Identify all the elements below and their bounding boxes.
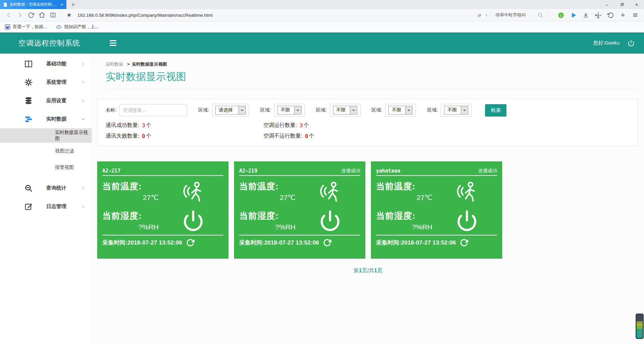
app-header: 空调远程控制系统 您好:Geeku — [0, 32, 644, 54]
sidebar-item-basic-functions[interactable]: 基础功能 — [0, 55, 92, 73]
select-arrow-icon — [238, 106, 246, 114]
new-tab-button[interactable] — [66, 0, 80, 9]
chevron-right-icon — [81, 186, 86, 191]
collect-time: 采集时间:2018-07-27 13:52:06 — [102, 239, 182, 247]
humidity-label: 当前湿度: — [376, 211, 416, 221]
ac-search-input[interactable] — [119, 104, 187, 116]
tab-title: 实时数据 - 空调远程控制系统 — [10, 2, 57, 7]
sidebar-subitem-realtime-view[interactable]: 实时数据显示视图 — [0, 128, 92, 143]
connection-status: 连接成功 — [478, 168, 497, 174]
scissors-icon[interactable] — [594, 11, 602, 19]
forward-icon[interactable] — [16, 11, 24, 19]
sidebar: 基础功能 系统管理 应用设置 实时数据 实时数据显示视图 视图过滤 报警视图 — [0, 54, 92, 345]
sidebar-item-app-settings[interactable]: 应用设置 — [0, 91, 92, 110]
bookmarks-bar: 百度一下，你就... 找知识产权，上... — [0, 21, 644, 32]
home-icon[interactable] — [38, 11, 46, 19]
refresh-icon[interactable] — [460, 238, 468, 247]
bookmark-ip[interactable]: 找知识产权，上... — [56, 24, 99, 30]
reading-mode-icon[interactable] — [49, 11, 57, 19]
edit-icon — [24, 202, 33, 211]
divider — [239, 175, 360, 176]
sidebar-toggle-icon[interactable] — [110, 40, 116, 46]
toolbar-separator — [549, 12, 549, 18]
divider — [376, 175, 497, 176]
menu-icon[interactable] — [631, 11, 639, 19]
bookmark-label: 百度一下，你就... — [13, 24, 47, 30]
region-select-3[interactable]: 不限 — [330, 104, 361, 117]
refresh-icon[interactable] — [186, 238, 195, 247]
wechat-icon[interactable] — [557, 11, 565, 19]
browser-window: 实时数据 - 空调远程控制系统 × – × 192.168.0.58:9096/… — [0, 0, 644, 345]
browser-toolbar: 192.168.0.58:9096/index.php/Company/Main… — [0, 9, 644, 21]
window-controls: – × — [600, 0, 644, 9]
close-button[interactable]: × — [629, 0, 644, 9]
add-icon[interactable] — [619, 11, 627, 19]
region-select-1[interactable]: 请选择 — [212, 104, 249, 117]
refresh-icon[interactable] — [323, 238, 331, 247]
sidebar-item-query-statistics[interactable]: 查询统计 — [0, 179, 92, 197]
database-icon — [24, 96, 33, 105]
collect-time: 采集时间:2018-07-27 13:52:06 — [376, 239, 456, 247]
temp-value: 27℃ — [376, 194, 436, 202]
toolbar-separator — [61, 12, 62, 18]
bars-icon — [24, 115, 33, 124]
motion-walk-icon[interactable] — [436, 179, 497, 204]
minimize-button[interactable]: – — [600, 0, 614, 9]
connection-status: 连接成功 — [341, 168, 360, 174]
region-select-2[interactable]: 不限 — [274, 104, 305, 117]
chevron-right-icon — [81, 98, 86, 103]
bookmark-label: 找知识产权，上... — [64, 24, 99, 30]
download-icon[interactable] — [582, 11, 590, 19]
scroll-indicator-widget[interactable] — [636, 314, 644, 339]
ac-name: yahataaa — [376, 168, 400, 174]
back-icon[interactable] — [5, 11, 13, 19]
power-icon[interactable] — [436, 210, 497, 232]
toolbar-right: e 待宰牛蛙学猫叫 — [477, 11, 639, 19]
stat-comm-failed: 通讯失败数量:0个 — [106, 133, 263, 140]
toolbar-separator — [490, 12, 491, 18]
columns-icon — [24, 60, 33, 68]
stats-grid: 通讯成功数量:3个 空调运行数量:3个 通讯失败数量:0个 空调不运行数量:0个 — [106, 122, 631, 140]
chevron-right-icon — [81, 62, 86, 66]
realtime-cards: A2-217 当前温度:27℃ 当前湿度:?%RH 采集时间:2018-07-2… — [97, 161, 638, 259]
motion-walk-icon[interactable] — [163, 179, 223, 204]
sidebar-item-realtime-data[interactable]: 实时数据 — [0, 110, 92, 128]
gear-icon — [24, 78, 33, 87]
power-icon[interactable] — [163, 210, 223, 232]
ie-compat-icon[interactable]: e — [477, 12, 481, 18]
sidebar-subitem-alarm-view[interactable]: 报警视图 — [0, 159, 92, 176]
search-icon[interactable] — [536, 11, 544, 19]
region-select-5[interactable]: 不限 — [441, 104, 472, 117]
browser-tab[interactable]: 实时数据 - 空调远程控制系统 × — [0, 0, 66, 9]
divider — [239, 235, 360, 235]
undo-icon[interactable] — [606, 11, 614, 19]
chevron-right-icon[interactable] — [484, 11, 489, 19]
address-bar[interactable]: 192.168.0.58:9096/index.php/Company/Main… — [77, 13, 213, 18]
ac-name: A2-219 — [239, 168, 257, 174]
bookmark-star-icon[interactable] — [65, 11, 73, 19]
restore-button[interactable] — [614, 0, 629, 9]
divider — [106, 89, 638, 89]
sidebar-subitem-view-filter[interactable]: 视图过滤 — [0, 143, 92, 159]
logout-power-icon[interactable] — [628, 40, 635, 47]
refresh-icon[interactable] — [27, 11, 35, 19]
select-arrow-icon — [405, 106, 412, 114]
play-share-icon[interactable] — [569, 11, 577, 19]
region-select-4[interactable]: 不限 — [385, 104, 416, 117]
sidebar-item-log-management[interactable]: 日志管理 — [0, 197, 92, 216]
bookmark-baidu[interactable]: 百度一下，你就... — [5, 24, 47, 30]
search-button[interactable]: 检索 — [485, 104, 506, 117]
stat-ac-running: 空调运行数量:3个 — [263, 122, 631, 129]
plus-icon — [71, 2, 75, 7]
zoom-out-icon — [24, 184, 33, 193]
toolbar-search-keyword[interactable]: 待宰牛蛙学猫叫 — [495, 12, 526, 18]
humidity-value: ?%RH — [376, 223, 436, 231]
humidity-value: ?%RH — [239, 223, 300, 231]
breadcrumb-parent[interactable]: 实时数据 — [106, 62, 123, 67]
divider — [376, 235, 497, 235]
sidebar-item-system-management[interactable]: 系统管理 — [0, 73, 92, 91]
power-icon[interactable] — [300, 210, 360, 232]
motion-walk-icon[interactable] — [300, 179, 360, 204]
temp-value: 27℃ — [102, 194, 163, 202]
tab-close-icon[interactable]: × — [60, 2, 64, 7]
